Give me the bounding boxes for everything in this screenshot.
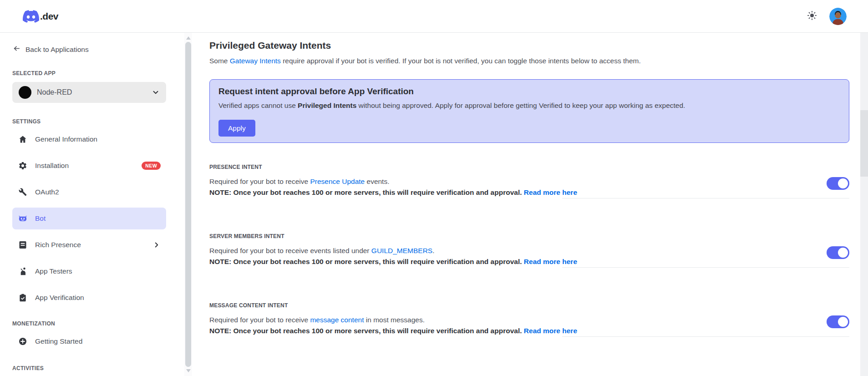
intent-description: Required for your bot to receive events … [209, 245, 827, 256]
sidebar-item-label: Getting Started [35, 337, 82, 346]
header-actions [807, 8, 847, 25]
inline-link[interactable]: Read more here [524, 327, 577, 335]
scrollbar-up-arrow[interactable] [186, 36, 191, 40]
text-segment: require approval if your bot is verified… [281, 57, 641, 65]
chevron-right-icon [152, 241, 161, 249]
inline-link[interactable]: Read more here [524, 258, 577, 265]
sidebar-item-label: App Verification [35, 294, 84, 302]
inline-link[interactable]: Presence Update [310, 178, 365, 185]
monetization-heading: MONETIZATION [12, 320, 178, 327]
sidebar-item-rich-presence[interactable]: Rich Presence [12, 234, 166, 256]
text-segment: events. [365, 178, 389, 185]
inline-link[interactable]: Gateway Intents [230, 57, 281, 65]
sidebar-item-label: OAuth2 [35, 188, 59, 196]
sidebar-item-label: Installation [35, 162, 69, 170]
monetization-nav: Getting Started [12, 330, 178, 352]
intro-text: Some Gateway Intents require approval if… [209, 56, 849, 66]
plus-circle-icon [18, 337, 27, 346]
robot-icon [18, 214, 27, 223]
arrow-left-icon [12, 44, 21, 55]
text-segment: Required for your bot to receive [209, 178, 310, 185]
page-scrollbar-thumb[interactable] [860, 110, 868, 177]
divider [562, 198, 849, 198]
discord-dev-logo[interactable]: .dev [23, 8, 58, 25]
intent-section: MESSAGE CONTENT INTENTRequired for your … [209, 302, 849, 337]
theme-toggle-button[interactable] [807, 10, 817, 22]
journal-icon [18, 240, 27, 249]
toggle-knob [838, 248, 848, 258]
toggle-knob [838, 317, 848, 327]
divider [562, 336, 849, 337]
intent-toggle[interactable] [827, 177, 849, 190]
sidebar-scrollbar-thumb[interactable] [185, 42, 191, 367]
clipboard-check-icon [18, 293, 27, 302]
wrench-icon [18, 188, 27, 197]
intent-note: NOTE: Once your bot reaches 100 or more … [209, 325, 827, 336]
sidebar: Back to Applications SELECTED APP Node-R… [0, 33, 184, 376]
intent-description: Required for your bot to receive message… [209, 315, 827, 325]
intent-description: Required for your bot to receive Presenc… [209, 176, 827, 187]
app-avatar [19, 86, 31, 99]
app-selector-dropdown[interactable]: Node-RED [12, 82, 166, 103]
sun-icon [807, 10, 817, 22]
intent-label: SERVER MEMBERS INTENT [209, 233, 849, 239]
text-segment: NOTE: Once your bot reaches 100 or more … [209, 327, 524, 335]
text-segment: Verified apps cannot use [218, 102, 298, 109]
text-segment: NOTE: Once your bot reaches 100 or more … [209, 188, 524, 196]
intent-section: PRESENCE INTENTRequired for your bot to … [209, 164, 849, 198]
text-segment: . [432, 247, 434, 254]
scrollbar-down-arrow[interactable] [186, 369, 191, 372]
new-badge: NEW [142, 162, 161, 170]
gear-icon [18, 161, 27, 170]
intent-sections: PRESENCE INTENTRequired for your bot to … [209, 164, 849, 337]
intent-toggle[interactable] [827, 315, 849, 328]
sidebar-scrollbar[interactable] [184, 33, 192, 376]
text-segment: Some [209, 57, 230, 65]
sidebar-item-oauth2[interactable]: OAuth2 [12, 181, 166, 203]
inline-link[interactable]: Read more here [524, 188, 577, 196]
banner-body: Verified apps cannot use Privileged Inte… [218, 101, 840, 111]
top-header: .dev [0, 0, 868, 33]
logo-text: .dev [40, 11, 58, 22]
sidebar-item-installation[interactable]: InstallationNEW [12, 155, 166, 177]
text-segment: Privileged Intents [298, 102, 356, 109]
intent-label: MESSAGE CONTENT INTENT [209, 302, 849, 309]
apply-button[interactable]: Apply [218, 120, 255, 137]
inline-link[interactable]: GUILD_MEMBERS [371, 247, 432, 254]
intent-toggle[interactable] [827, 246, 849, 259]
discord-developer-portal: .dev Back to Applications SELECTED APP N… [0, 0, 868, 376]
page-scrollbar[interactable] [860, 33, 868, 376]
page-title: Privileged Gateway Intents [209, 40, 849, 51]
user-avatar[interactable] [829, 8, 847, 25]
inline-link[interactable]: message content [310, 316, 364, 324]
back-to-applications-link[interactable]: Back to Applications [12, 44, 89, 55]
banner-title: Request intent approval before App Verif… [218, 86, 840, 97]
sidebar-item-general-information[interactable]: General Information [12, 128, 166, 150]
back-label: Back to Applications [25, 46, 89, 54]
sidebar-item-bot[interactable]: Bot [12, 208, 166, 229]
settings-nav: General InformationInstallationNEWOAuth2… [12, 128, 178, 309]
sidebar-item-getting-started[interactable]: Getting Started [12, 330, 166, 352]
text-segment: Required for your bot to receive events … [209, 247, 371, 254]
sidebar-item-label: Rich Presence [35, 241, 81, 249]
sidebar-item-app-verification[interactable]: App Verification [12, 287, 166, 309]
intent-approval-banner: Request intent approval before App Verif… [209, 79, 849, 143]
intent-note: NOTE: Once your bot reaches 100 or more … [209, 187, 827, 198]
text-segment: without being approved. Apply for approv… [356, 102, 685, 109]
intent-label: PRESENCE INTENT [209, 164, 849, 170]
home-icon [18, 135, 27, 144]
person-wave-icon [18, 267, 27, 276]
body-row: Back to Applications SELECTED APP Node-R… [0, 33, 868, 376]
text-segment: NOTE: Once your bot reaches 100 or more … [209, 258, 524, 265]
sidebar-item-app-testers[interactable]: App Testers [12, 260, 166, 282]
intent-section: SERVER MEMBERS INTENTRequired for your b… [209, 233, 849, 268]
discord-logo-icon [23, 8, 39, 25]
settings-heading: SETTINGS [12, 118, 178, 125]
sidebar-item-label: App Testers [35, 267, 72, 275]
main-content: Privileged Gateway Intents Some Gateway … [192, 33, 860, 376]
text-segment: in most messages. [364, 316, 425, 324]
activities-heading: ACTIVITIES [12, 365, 178, 371]
text-segment: Required for your bot to receive [209, 316, 310, 324]
sidebar-item-label: General Information [35, 135, 97, 143]
chevron-down-icon [152, 88, 160, 97]
